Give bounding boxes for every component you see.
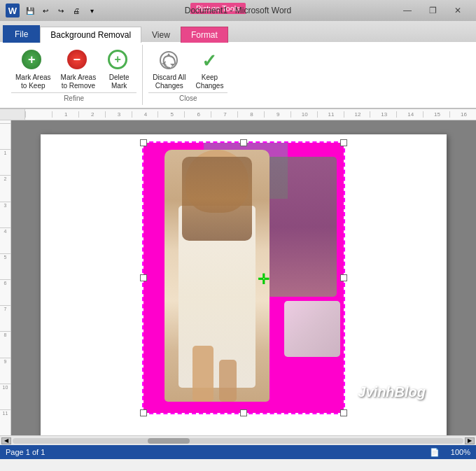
ruler-mark: [25, 111, 52, 118]
ruler-mark: 7: [211, 111, 237, 118]
discard-label: Discard All Changes: [153, 73, 186, 90]
watermark: JvinhBlog: [358, 384, 426, 400]
discard-all-changes-button[interactable]: Discard All Changes: [148, 48, 190, 92]
redo-button[interactable]: ↪: [55, 4, 67, 17]
v-ruler-mark: 5: [0, 253, 10, 279]
v-ruler-mark: [0, 123, 10, 149]
view-mode: 📄: [430, 448, 440, 457]
checkmark-icon: ✓: [198, 50, 220, 72]
ribbon-group-close: Discard All Changes ✓ Keep Changes: [143, 45, 233, 105]
v-ruler-mark: 6: [0, 279, 10, 305]
customize-button[interactable]: ▾: [85, 4, 98, 17]
handle-bottom-left[interactable]: [140, 409, 147, 416]
ribbon-tab-bar: File Background Removal View Format: [0, 21, 476, 42]
ruler-mark: 12: [344, 111, 370, 118]
handle-middle-left[interactable]: [140, 274, 147, 281]
handle-bottom-right[interactable]: [340, 409, 347, 416]
ruler-corner: [0, 109, 25, 120]
v-ruler-mark: 3: [0, 202, 10, 227]
keep-changes-button[interactable]: ✓ Keep Changes: [191, 48, 227, 92]
move-crosshair-icon: ✛: [258, 271, 270, 288]
red-minus-icon: −: [67, 50, 87, 69]
quick-access-toolbar: 💾 ↩ ↪ 🖨 ▾: [24, 4, 98, 17]
ruler-mark: 6: [184, 111, 211, 118]
save-button[interactable]: 💾: [24, 4, 36, 17]
refine-group-label: Refine: [11, 92, 136, 105]
ruler-mark: 11: [317, 111, 344, 118]
mark-keep-icon: +: [22, 50, 44, 72]
title-bar: W 💾 ↩ ↪ 🖨 ▾ Picture Tools Document1 - Mi…: [0, 0, 476, 21]
close-buttons: Discard All Changes ✓ Keep Changes: [148, 45, 227, 92]
handle-top-left[interactable]: [140, 139, 147, 146]
person-silhouette: [164, 150, 270, 402]
delete-mark-icon: +: [108, 50, 130, 72]
ruler-mark: 5: [158, 111, 184, 118]
v-ruler-mark: 10: [0, 384, 10, 409]
ruler-mark: 9: [264, 111, 290, 118]
scroll-right-button[interactable]: ▶: [465, 437, 475, 444]
ribbon: File Background Removal View Format + Ma…: [0, 21, 476, 109]
handle-bottom-center[interactable]: [240, 409, 247, 416]
mark-keep-label: Mark Areas to Keep: [15, 73, 51, 90]
close-group-label: Close: [148, 92, 227, 105]
status-text: Page 1 of 1: [6, 448, 45, 456]
tab-format[interactable]: Format: [181, 27, 228, 43]
mark-areas-to-remove-button[interactable]: − Mark Areas to Remove: [57, 48, 101, 92]
print-button[interactable]: 🖨: [70, 4, 83, 17]
tab-file[interactable]: File: [3, 25, 40, 43]
keep-label: Keep Changes: [195, 73, 223, 90]
ruler-mark: 15: [423, 111, 449, 118]
scroll-thumb[interactable]: [148, 438, 190, 444]
handle-middle-right[interactable]: [340, 274, 347, 281]
window-controls: — ❐ ✕: [395, 0, 470, 21]
v-ruler-mark: 9: [0, 358, 10, 384]
v-ruler-mark: 4: [0, 227, 10, 253]
window-title: Document1 - Microsoft Word: [185, 6, 292, 15]
document-canvas[interactable]: ✛ JvinhBlog: [11, 120, 476, 435]
leg-area: [192, 346, 214, 402]
handle-top-right[interactable]: [340, 139, 347, 146]
discard-icon: [158, 50, 181, 72]
mark-remove-label: Mark Areas to Remove: [61, 73, 97, 90]
close-button[interactable]: ✕: [445, 0, 470, 21]
document-area: 1 2 3 4 5 6 7 8 9 10 11: [0, 120, 476, 435]
keep-icon: ✓: [198, 50, 220, 72]
tab-view[interactable]: View: [141, 27, 181, 43]
document-page: ✛ JvinhBlog: [41, 134, 447, 435]
handle-top-center[interactable]: [240, 139, 247, 146]
ruler-mark: 8: [237, 111, 264, 118]
selected-image[interactable]: ✛: [142, 141, 345, 414]
ruler-mark: 3: [105, 111, 132, 118]
ruler-mark: 1: [52, 111, 78, 118]
mark-remove-icon: −: [67, 50, 90, 72]
ruler-mark: 14: [396, 111, 423, 118]
minimize-button[interactable]: —: [395, 0, 420, 21]
refine-buttons: + Mark Areas to Keep − Mark Areas: [11, 45, 136, 92]
ribbon-group-refine: + Mark Areas to Keep − Mark Areas: [6, 45, 143, 105]
mark-areas-to-keep-button[interactable]: + Mark Areas to Keep: [11, 48, 55, 92]
flowers-background: [284, 301, 340, 357]
v-ruler-mark: 7: [0, 305, 10, 331]
ruler-mark: 16: [449, 111, 476, 118]
ruler-vertical: 1 2 3 4 5 6 7 8 9 10 11: [0, 120, 11, 435]
ruler-row: 1 2 3 4 5 6 7 8 9 10 11 12 13 14 15 16: [0, 109, 476, 120]
tab-background-removal[interactable]: Background Removal: [40, 27, 141, 43]
leg2-area: [219, 360, 237, 402]
word-logo: W: [6, 3, 20, 17]
scroll-track: [13, 438, 463, 444]
delete-circle-icon: +: [108, 50, 127, 69]
scrollbar-horizontal[interactable]: ◀ ▶: [0, 435, 476, 445]
ruler-mark: 10: [290, 111, 317, 118]
v-ruler-mark: 8: [0, 331, 10, 357]
green-plus-icon: +: [22, 50, 41, 69]
ruler-mark: 13: [370, 111, 396, 118]
undo-button[interactable]: ↩: [39, 4, 52, 17]
v-ruler-mark: 2: [0, 175, 10, 201]
tree-background: [267, 157, 337, 297]
hair-area: [182, 157, 252, 241]
ruler-mark: 4: [132, 111, 158, 118]
scroll-left-button[interactable]: ◀: [1, 437, 11, 444]
delete-mark-button[interactable]: + Delete Mark: [102, 48, 136, 92]
delete-mark-label: Delete Mark: [109, 73, 130, 90]
restore-button[interactable]: ❐: [420, 0, 445, 21]
